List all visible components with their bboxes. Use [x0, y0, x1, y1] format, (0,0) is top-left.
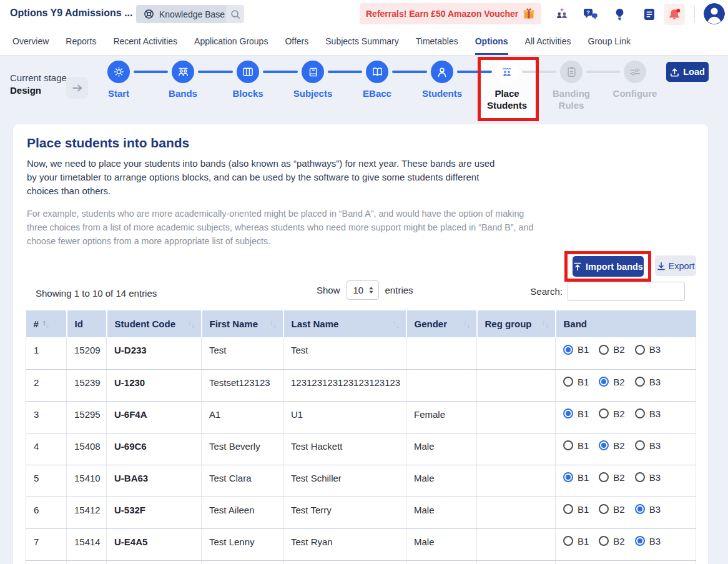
column-header-#[interactable]: #↑↓: [26, 310, 67, 337]
page-size-select[interactable]: 10: [347, 280, 379, 300]
column-header-last-name[interactable]: Last Name↑↓: [283, 310, 406, 337]
student-id: 15410: [67, 465, 107, 497]
step-ebacc[interactable]: EBacc: [345, 61, 410, 99]
radio-icon[interactable]: [599, 345, 609, 355]
step-students[interactable]: Students: [410, 61, 475, 99]
band-radio-label: B1: [578, 408, 589, 419]
search-button[interactable]: [226, 5, 244, 23]
student-code: U-6F4A: [107, 401, 202, 433]
band-radio-b1[interactable]: B1: [563, 377, 589, 387]
band-radio-b1[interactable]: B1: [563, 472, 589, 483]
radio-icon[interactable]: [635, 408, 645, 418]
tab-timetables[interactable]: Timetables: [416, 28, 458, 55]
band-radio-b2[interactable]: B2: [599, 472, 624, 483]
column-header-reg-group[interactable]: Reg group↑↓: [477, 310, 556, 337]
band-radio-b1[interactable]: B1: [563, 408, 589, 419]
radio-icon[interactable]: [563, 536, 573, 546]
tab-reports[interactable]: Reports: [66, 28, 96, 55]
band-radio-b1[interactable]: B1: [563, 440, 589, 451]
gender: [406, 337, 477, 369]
radio-icon[interactable]: [599, 408, 609, 418]
tab-subjects-summary[interactable]: Subjects Summary: [325, 28, 398, 55]
band-radio-b3[interactable]: B3: [635, 408, 661, 419]
intro-paragraph: Now, we need to place your students into…: [27, 157, 495, 198]
band-radio-b2[interactable]: B2: [599, 440, 624, 451]
chat-button[interactable]: ?: [579, 4, 601, 25]
row-number: 5: [26, 465, 67, 497]
reg-group: [477, 433, 556, 465]
band-radio-b2[interactable]: B2: [599, 377, 624, 387]
radio-icon[interactable]: [635, 345, 645, 355]
workspace-title[interactable]: Options Y9 Admissions ...: [10, 7, 145, 19]
knowledge-base-button[interactable]: Knowledge Base: [136, 5, 232, 23]
radio-icon[interactable]: [563, 345, 573, 355]
divider: [694, 6, 695, 22]
load-button[interactable]: Load: [666, 62, 709, 82]
band-radio-b1[interactable]: B1: [563, 504, 589, 515]
radio-icon[interactable]: [599, 440, 609, 450]
step-start[interactable]: Start: [86, 61, 151, 99]
band-radio-b2[interactable]: B2: [599, 408, 624, 419]
celebration-button[interactable]: [551, 4, 573, 25]
lifebuoy-icon: [144, 9, 154, 19]
notes-button[interactable]: [639, 4, 660, 25]
column-header-id: Id: [67, 310, 107, 337]
step-configure[interactable]: Configure: [603, 61, 667, 99]
column-header-student-code[interactable]: Student Code↑↓: [107, 310, 202, 337]
radio-icon[interactable]: [635, 472, 645, 482]
band-radio-b2[interactable]: B2: [599, 536, 624, 547]
tab-options[interactable]: Options: [475, 28, 508, 55]
step-bands[interactable]: Bands: [150, 61, 215, 99]
show-label: Show: [317, 285, 340, 295]
radio-icon[interactable]: [635, 504, 645, 514]
steps: StartBandsBlocksSubjectsEBaccStudentsPla…: [0, 56, 728, 124]
tab-group-link[interactable]: Group Link: [588, 28, 631, 55]
band-radio-b2[interactable]: B2: [599, 344, 624, 355]
band-radio-b3[interactable]: B3: [635, 536, 661, 547]
band-radio-b3[interactable]: B3: [635, 344, 661, 355]
radio-icon[interactable]: [563, 408, 573, 418]
export-button[interactable]: Export: [655, 255, 696, 276]
tab-recent-activities[interactable]: Recent Activities: [113, 28, 177, 55]
tab-all-activities[interactable]: All Activities: [525, 28, 571, 55]
tab-offers[interactable]: Offers: [285, 28, 308, 55]
band-radio-b3[interactable]: B3: [635, 377, 661, 387]
radio-icon[interactable]: [599, 536, 609, 546]
radio-icon[interactable]: [635, 377, 645, 387]
band-radio-b3[interactable]: B3: [635, 504, 661, 515]
radio-icon[interactable]: [599, 472, 609, 482]
referral-banner[interactable]: Referrals! Earn £50 Amazon Voucher: [360, 3, 541, 24]
row-number: 2: [26, 369, 67, 401]
tab-overview[interactable]: Overview: [12, 28, 49, 55]
band-radio-b1[interactable]: B1: [563, 344, 589, 355]
notifications-button[interactable]: [664, 4, 685, 25]
band-radio-b2[interactable]: B2: [599, 504, 624, 515]
lightbulb-button[interactable]: [609, 4, 630, 25]
tab-application-groups[interactable]: Application Groups: [194, 28, 268, 55]
radio-icon[interactable]: [563, 440, 573, 450]
search-input[interactable]: [568, 282, 685, 301]
column-header-first-name[interactable]: First Name↑↓: [202, 310, 283, 337]
gender: [406, 369, 477, 401]
person-icon: [437, 67, 447, 77]
table-row: 515410U-BA63Test ClaraTest SchillerMaleB…: [26, 465, 696, 497]
band-radio-b3[interactable]: B3: [635, 440, 661, 451]
radio-icon[interactable]: [563, 377, 573, 387]
radio-icon[interactable]: [599, 504, 609, 514]
band-radio-b1[interactable]: B1: [563, 536, 589, 547]
last-name: U1: [283, 401, 406, 433]
step-banding-rules[interactable]: BandingRules: [539, 61, 604, 111]
step-blocks[interactable]: Blocks: [215, 61, 280, 99]
radio-icon[interactable]: [563, 504, 573, 514]
band-cell: B1B2B3: [556, 369, 696, 401]
search-label: Search:: [530, 286, 563, 297]
radio-icon[interactable]: [563, 472, 573, 482]
avatar[interactable]: [704, 3, 725, 24]
radio-icon[interactable]: [635, 440, 645, 450]
column-header-gender[interactable]: Gender↑↓: [406, 310, 477, 337]
student-id: 15414: [67, 528, 107, 560]
step-subjects[interactable]: Subjects: [280, 61, 345, 99]
radio-icon[interactable]: [599, 377, 609, 387]
band-radio-b3[interactable]: B3: [635, 472, 661, 483]
radio-icon[interactable]: [635, 536, 645, 546]
